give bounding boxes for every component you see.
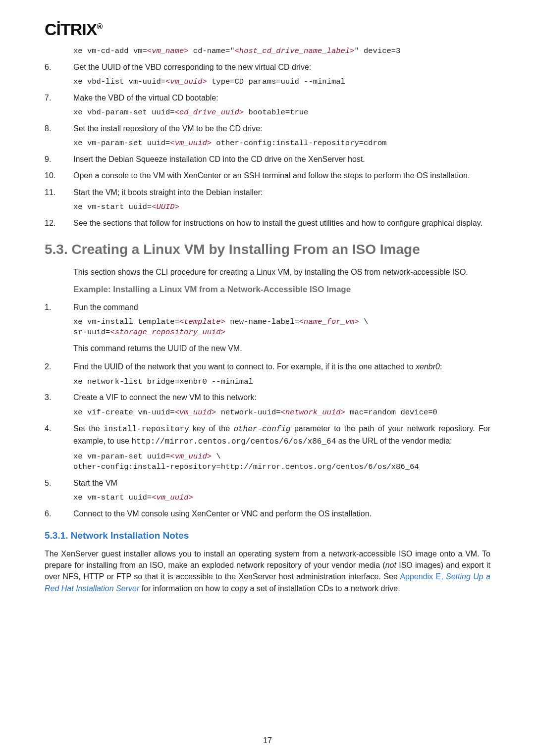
step-text: Get the UUID of the VBD corresponding to… <box>73 63 311 71</box>
step-text: Insert the Debian Squeeze installation C… <box>73 155 365 163</box>
ex-step-4: 4. Set the install-repository key of the… <box>73 423 490 472</box>
example-title: Example: Installing a Linux VM from a Ne… <box>73 285 490 295</box>
step-number: 8. <box>45 123 65 134</box>
ex-step-5: 5. Start the VM xe vm-start uuid=<vm_uui… <box>73 477 490 503</box>
step-number: 7. <box>45 92 65 103</box>
code-vbd-list: xe vbd-list vm-uuid=<vm_uuid> type=CD pa… <box>73 77 490 87</box>
step-text: Start the VM; it boots straight into the… <box>73 188 263 197</box>
not-em: not <box>385 561 396 569</box>
notes-paragraph: The XenServer guest installer allows you… <box>45 548 490 594</box>
step-number: 6. <box>45 508 65 519</box>
code-vm-cd-add: xe vm-cd-add vm=<vm_name> cd-name="<host… <box>73 46 490 56</box>
code-vm-param-set-repo: xe vm-param-set uuid=<vm_uuid> \ other-c… <box>73 452 490 472</box>
step-text: Run the command <box>73 303 138 311</box>
subsection-5-3-1-heading: 5.3.1. Network Installation Notes <box>45 530 490 541</box>
step-number: 6. <box>45 61 65 73</box>
step-number: 9. <box>45 153 65 165</box>
step-text: See the sections that follow for instruc… <box>73 219 482 227</box>
content-column: xe vm-cd-add vm=<vm_name> cd-name="<host… <box>45 46 490 594</box>
top-steps-list: 6. Get the UUID of the VBD corresponding… <box>73 61 490 229</box>
step-12: 12. See the sections that follow for ins… <box>73 217 490 229</box>
step-9: 9. Insert the Debian Squeeze installatio… <box>73 153 490 165</box>
step-10: 10. Open a console to the VM with XenCen… <box>73 170 490 181</box>
code-vbd-param-set: xe vbd-param-set uuid=<cd_drive_uuid> bo… <box>73 107 490 118</box>
page: CİTRIX® xe vm-cd-add vm=<vm_name> cd-nam… <box>0 0 535 756</box>
step-8: 8. Set the install repository of the VM … <box>73 123 490 149</box>
step-text: Set the install repository of the VM to … <box>73 124 263 133</box>
step-text: Set the install-repository key of the ot… <box>73 424 490 445</box>
step-text: Start the VM <box>73 479 117 487</box>
step-number: 3. <box>45 392 65 403</box>
xenbr0-em: xenbr0 <box>416 362 440 371</box>
step-number: 1. <box>45 302 65 313</box>
code-vm-install: xe vm-install template=<template> new-na… <box>73 317 490 338</box>
step-text: Create a VIF to connect the new VM to th… <box>73 393 257 402</box>
step-number: 10. <box>45 170 65 181</box>
step-text: Find the UUID of the network that you wa… <box>73 362 442 371</box>
logo-mark: ® <box>97 22 102 31</box>
code-vm-param-set-cdrom: xe vm-param-set uuid=<vm_uuid> other-con… <box>73 138 490 149</box>
code-vm-start: xe vm-start uuid=<UUID> <box>73 202 490 212</box>
step-text: Connect to the VM console using XenCente… <box>73 509 372 518</box>
step-number: 2. <box>45 361 65 372</box>
section-intro: This section shows the CLI procedure for… <box>73 266 490 278</box>
code-vif-create: xe vif-create vm-uuid=<vm_uuid> network-… <box>73 407 490 418</box>
example-steps-list: 1. Run the command xe vm-install templat… <box>73 302 490 519</box>
step-number: 4. <box>45 423 65 434</box>
step-after-text: This command returns the UUID of the new… <box>73 343 490 354</box>
section-5-3-heading: 5.3. Creating a Linux VM by Installing F… <box>45 242 490 257</box>
step-7: 7. Make the VBD of the virtual CD bootab… <box>73 92 490 118</box>
ex-step-2: 2. Find the UUID of the network that you… <box>73 361 490 387</box>
step-11: 11. Start the VM; it boots straight into… <box>73 187 490 212</box>
page-number: 17 <box>0 736 535 745</box>
step-number: 5. <box>45 477 65 489</box>
code-vm-start-2: xe vm-start uuid=<vm_uuid> <box>73 493 490 503</box>
ex-step-1: 1. Run the command xe vm-install templat… <box>73 302 490 354</box>
install-repository-key: install-repository <box>104 425 189 434</box>
step-text: Open a console to the VM with XenCenter … <box>73 171 470 180</box>
logo-text: CİTRIX <box>45 20 97 39</box>
step-text: Make the VBD of the virtual CD bootable: <box>73 94 218 102</box>
step-number: 12. <box>45 217 65 229</box>
step-6: 6. Get the UUID of the VBD corresponding… <box>73 61 490 87</box>
ex-step-6: 6. Connect to the VM console using XenCe… <box>73 508 490 519</box>
step-number: 11. <box>45 187 65 198</box>
code-network-list: xe network-list bridge=xenbr0 --minimal <box>73 377 490 387</box>
citrix-logo: CİTRIX® <box>45 20 490 39</box>
mirror-url: http://mirror.centos.org/centos/6/os/x86… <box>131 437 336 446</box>
ex-step-3: 3. Create a VIF to connect the new VM to… <box>73 392 490 417</box>
other-config-key: other-config <box>233 425 290 434</box>
